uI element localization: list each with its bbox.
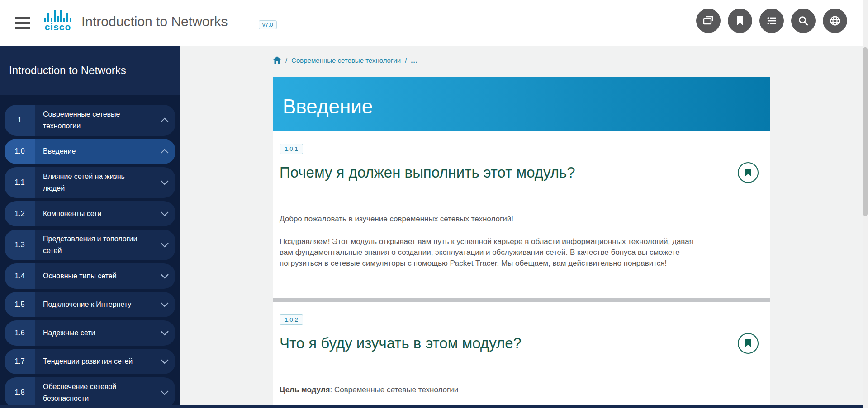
sidebar-course-header: Introduction to Networks bbox=[0, 46, 180, 95]
nav-item-label: Введение bbox=[43, 145, 140, 157]
cisco-logo-bars-icon bbox=[40, 9, 76, 22]
module-objective: Цель модуля: Современные сетевые техноло… bbox=[280, 385, 696, 395]
nav-item-number: 1.8 bbox=[5, 377, 35, 405]
nav-item-label: Подключение к Интернету bbox=[43, 299, 140, 310]
section-heading: Что я буду изучать в этом модуле? bbox=[280, 333, 522, 353]
module-banner-title: Введение bbox=[283, 95, 373, 118]
nav-item-label: Основные типы сетей bbox=[43, 270, 140, 282]
chevron-icon bbox=[160, 302, 169, 307]
search-icon[interactable] bbox=[791, 9, 816, 33]
course-sidebar: Introduction to Networks 1 Современные с… bbox=[0, 46, 180, 405]
table-of-contents-icon[interactable] bbox=[759, 9, 784, 33]
breadcrumb-separator: / bbox=[285, 56, 287, 64]
cisco-logo-text: cisco bbox=[40, 22, 76, 33]
hamburger-menu-icon[interactable] bbox=[15, 17, 30, 29]
section-divider bbox=[273, 298, 770, 302]
chevron-icon bbox=[160, 211, 169, 216]
nav-item-number: 1.2 bbox=[5, 201, 35, 226]
lesson-card: Введение 1.0.1 Почему я должен выполнить… bbox=[273, 77, 770, 405]
section-badge: 1.0.1 bbox=[280, 144, 303, 154]
nav-item-number: 1.4 bbox=[5, 263, 35, 289]
sidebar-item-1.5[interactable]: 1.5 Подключение к Интернету bbox=[5, 292, 175, 317]
module-objective-text: : Современные сетевые технологии bbox=[330, 385, 459, 394]
nav-item-label: Надежные сети bbox=[43, 327, 140, 339]
sidebar-item-1.3[interactable]: 1.3 Представления и топологии сетей bbox=[5, 230, 175, 260]
nav-item-number: 1.0 bbox=[5, 139, 35, 164]
top-header: cisco Introduction to Networks v7.0 bbox=[0, 0, 868, 46]
module-nav-list: 1 Современные сетевые технологии 1.0 Вве… bbox=[0, 95, 180, 405]
sidebar-item-1.4[interactable]: 1.4 Основные типы сетей bbox=[5, 263, 175, 289]
sidebar-item-1[interactable]: 1 Современные сетевые технологии bbox=[5, 105, 175, 136]
section-rule bbox=[280, 364, 759, 364]
nav-item-number: 1.5 bbox=[5, 292, 35, 317]
language-globe-icon[interactable] bbox=[823, 9, 847, 33]
collections-icon[interactable] bbox=[696, 9, 721, 33]
section-rule bbox=[280, 193, 759, 193]
header-actions bbox=[696, 9, 847, 33]
section-1-0-1: 1.0.1 Почему я должен выполнить этот мод… bbox=[273, 131, 770, 298]
vertical-scrollbar bbox=[863, 0, 868, 408]
bookmark-section-button[interactable] bbox=[738, 333, 759, 354]
section-heading: Почему я должен выполнить этот модуль? bbox=[280, 163, 575, 183]
sidebar-item-1.7[interactable]: 1.7 Тенденции развития сетей bbox=[5, 349, 175, 374]
breadcrumb-ellipsis[interactable]: ... bbox=[411, 56, 418, 64]
scrollbar-thumb[interactable] bbox=[863, 47, 868, 216]
sidebar-course-title: Introduction to Networks bbox=[9, 64, 126, 77]
nav-item-label: Тенденции развития сетей bbox=[43, 356, 140, 367]
paragraph: Добро пожаловать в изучение современных … bbox=[280, 214, 696, 225]
chevron-icon bbox=[160, 242, 169, 248]
chevron-icon bbox=[160, 273, 169, 279]
cisco-logo: cisco bbox=[40, 9, 76, 33]
content-area: / Современные сетевые технологии / ... В… bbox=[180, 46, 863, 405]
sidebar-item-1.8[interactable]: 1.8 Обеспечение сетевой безопасности bbox=[5, 377, 175, 405]
section-1-0-2: 1.0.2 Что я буду изучать в этом модуле? … bbox=[273, 302, 770, 395]
nav-item-label: Компоненты сети bbox=[43, 208, 140, 220]
chevron-icon bbox=[160, 117, 169, 123]
bookmark-section-button[interactable] bbox=[738, 162, 759, 183]
sidebar-item-1.1[interactable]: 1.1 Влияние сетей на жизнь людей bbox=[5, 167, 175, 198]
bottom-bar bbox=[0, 405, 863, 408]
course-title: Introduction to Networks bbox=[81, 14, 228, 29]
nav-item-number: 1 bbox=[5, 105, 35, 136]
module-objective-label: Цель модуля bbox=[280, 385, 330, 394]
section-badge: 1.0.2 bbox=[280, 314, 303, 325]
nav-item-label: Влияние сетей на жизнь людей bbox=[43, 171, 140, 194]
nav-item-number: 1.6 bbox=[5, 320, 35, 346]
chevron-icon bbox=[160, 149, 169, 154]
sidebar-item-1.6[interactable]: 1.6 Надежные сети bbox=[5, 320, 175, 346]
chevron-icon bbox=[160, 180, 169, 185]
home-icon[interactable] bbox=[273, 56, 281, 64]
breadcrumb: / Современные сетевые технологии / ... bbox=[273, 56, 418, 64]
version-badge: v7.0 bbox=[259, 20, 277, 29]
nav-item-label: Современные сетевые технологии bbox=[43, 108, 140, 132]
chevron-icon bbox=[160, 330, 169, 336]
sidebar-item-1.2[interactable]: 1.2 Компоненты сети bbox=[5, 201, 175, 226]
module-banner: Введение bbox=[273, 77, 770, 131]
nav-item-number: 1.7 bbox=[5, 349, 35, 374]
bookmarks-icon[interactable] bbox=[728, 9, 752, 33]
nav-item-label: Представления и топологии сетей bbox=[43, 233, 140, 257]
nav-item-label: Обеспечение сетевой безопасности bbox=[43, 381, 140, 404]
sidebar-item-1.0[interactable]: 1.0 Введение bbox=[5, 139, 175, 164]
paragraph: Поздравляем! Этот модуль открывает вам п… bbox=[280, 236, 696, 269]
chevron-icon bbox=[160, 390, 169, 395]
nav-item-number: 1.1 bbox=[5, 167, 35, 198]
nav-item-number: 1.3 bbox=[5, 230, 35, 260]
chevron-icon bbox=[160, 359, 169, 364]
breadcrumb-separator: / bbox=[405, 56, 407, 64]
app-window: cisco Introduction to Networks v7.0 bbox=[0, 0, 868, 408]
breadcrumb-module-link[interactable]: Современные сетевые технологии bbox=[291, 56, 401, 64]
